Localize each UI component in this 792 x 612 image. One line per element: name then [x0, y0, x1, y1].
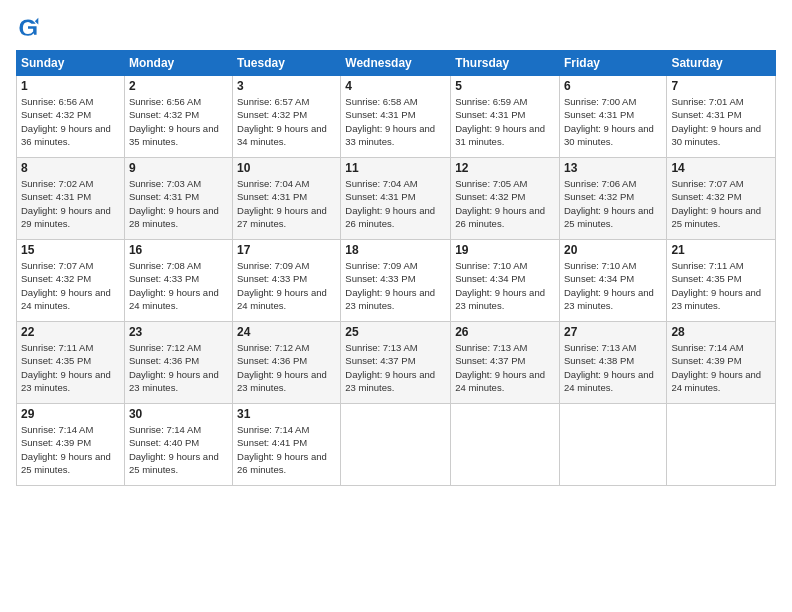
calendar-cell: 7 Sunrise: 7:01 AMSunset: 4:31 PMDayligh…	[667, 76, 776, 158]
calendar-cell: 12 Sunrise: 7:05 AMSunset: 4:32 PMDaylig…	[451, 158, 560, 240]
calendar-cell: 25 Sunrise: 7:13 AMSunset: 4:37 PMDaylig…	[341, 322, 451, 404]
calendar-cell: 31 Sunrise: 7:14 AMSunset: 4:41 PMDaylig…	[233, 404, 341, 486]
calendar-cell: 28 Sunrise: 7:14 AMSunset: 4:39 PMDaylig…	[667, 322, 776, 404]
weekday-header-sunday: Sunday	[17, 51, 125, 76]
day-detail: Sunrise: 7:10 AMSunset: 4:34 PMDaylight:…	[564, 260, 654, 311]
day-detail: Sunrise: 7:12 AMSunset: 4:36 PMDaylight:…	[237, 342, 327, 393]
day-detail: Sunrise: 6:58 AMSunset: 4:31 PMDaylight:…	[345, 96, 435, 147]
calendar-cell: 20 Sunrise: 7:10 AMSunset: 4:34 PMDaylig…	[559, 240, 666, 322]
day-detail: Sunrise: 7:08 AMSunset: 4:33 PMDaylight:…	[129, 260, 219, 311]
calendar-week-2: 8 Sunrise: 7:02 AMSunset: 4:31 PMDayligh…	[17, 158, 776, 240]
calendar-cell: 4 Sunrise: 6:58 AMSunset: 4:31 PMDayligh…	[341, 76, 451, 158]
day-number: 12	[455, 161, 555, 175]
day-detail: Sunrise: 6:56 AMSunset: 4:32 PMDaylight:…	[21, 96, 111, 147]
day-number: 15	[21, 243, 120, 257]
logo-icon	[16, 16, 40, 40]
day-detail: Sunrise: 7:13 AMSunset: 4:38 PMDaylight:…	[564, 342, 654, 393]
day-detail: Sunrise: 7:14 AMSunset: 4:39 PMDaylight:…	[21, 424, 111, 475]
weekday-header-wednesday: Wednesday	[341, 51, 451, 76]
calendar-cell: 5 Sunrise: 6:59 AMSunset: 4:31 PMDayligh…	[451, 76, 560, 158]
calendar-cell: 2 Sunrise: 6:56 AMSunset: 4:32 PMDayligh…	[124, 76, 232, 158]
day-detail: Sunrise: 7:09 AMSunset: 4:33 PMDaylight:…	[345, 260, 435, 311]
calendar-cell: 10 Sunrise: 7:04 AMSunset: 4:31 PMDaylig…	[233, 158, 341, 240]
day-detail: Sunrise: 7:07 AMSunset: 4:32 PMDaylight:…	[21, 260, 111, 311]
calendar-page: SundayMondayTuesdayWednesdayThursdayFrid…	[0, 0, 792, 612]
calendar-cell: 24 Sunrise: 7:12 AMSunset: 4:36 PMDaylig…	[233, 322, 341, 404]
day-detail: Sunrise: 7:14 AMSunset: 4:41 PMDaylight:…	[237, 424, 327, 475]
day-detail: Sunrise: 7:11 AMSunset: 4:35 PMDaylight:…	[21, 342, 111, 393]
calendar-cell: 21 Sunrise: 7:11 AMSunset: 4:35 PMDaylig…	[667, 240, 776, 322]
day-detail: Sunrise: 6:56 AMSunset: 4:32 PMDaylight:…	[129, 96, 219, 147]
calendar-cell: 14 Sunrise: 7:07 AMSunset: 4:32 PMDaylig…	[667, 158, 776, 240]
day-number: 1	[21, 79, 120, 93]
day-number: 2	[129, 79, 228, 93]
logo	[16, 16, 44, 40]
day-number: 3	[237, 79, 336, 93]
weekday-header-row: SundayMondayTuesdayWednesdayThursdayFrid…	[17, 51, 776, 76]
day-detail: Sunrise: 7:06 AMSunset: 4:32 PMDaylight:…	[564, 178, 654, 229]
day-number: 26	[455, 325, 555, 339]
calendar-cell: 22 Sunrise: 7:11 AMSunset: 4:35 PMDaylig…	[17, 322, 125, 404]
calendar-cell: 16 Sunrise: 7:08 AMSunset: 4:33 PMDaylig…	[124, 240, 232, 322]
day-number: 30	[129, 407, 228, 421]
day-number: 7	[671, 79, 771, 93]
day-detail: Sunrise: 7:07 AMSunset: 4:32 PMDaylight:…	[671, 178, 761, 229]
weekday-header-monday: Monday	[124, 51, 232, 76]
calendar-table: SundayMondayTuesdayWednesdayThursdayFrid…	[16, 50, 776, 486]
day-detail: Sunrise: 7:14 AMSunset: 4:40 PMDaylight:…	[129, 424, 219, 475]
day-detail: Sunrise: 7:03 AMSunset: 4:31 PMDaylight:…	[129, 178, 219, 229]
calendar-cell: 15 Sunrise: 7:07 AMSunset: 4:32 PMDaylig…	[17, 240, 125, 322]
day-detail: Sunrise: 7:00 AMSunset: 4:31 PMDaylight:…	[564, 96, 654, 147]
day-detail: Sunrise: 7:09 AMSunset: 4:33 PMDaylight:…	[237, 260, 327, 311]
day-number: 25	[345, 325, 446, 339]
day-detail: Sunrise: 7:05 AMSunset: 4:32 PMDaylight:…	[455, 178, 545, 229]
day-detail: Sunrise: 6:59 AMSunset: 4:31 PMDaylight:…	[455, 96, 545, 147]
day-number: 23	[129, 325, 228, 339]
weekday-header-thursday: Thursday	[451, 51, 560, 76]
day-number: 5	[455, 79, 555, 93]
day-number: 9	[129, 161, 228, 175]
day-detail: Sunrise: 7:02 AMSunset: 4:31 PMDaylight:…	[21, 178, 111, 229]
calendar-cell	[559, 404, 666, 486]
calendar-cell: 3 Sunrise: 6:57 AMSunset: 4:32 PMDayligh…	[233, 76, 341, 158]
day-number: 27	[564, 325, 662, 339]
day-detail: Sunrise: 7:14 AMSunset: 4:39 PMDaylight:…	[671, 342, 761, 393]
calendar-week-3: 15 Sunrise: 7:07 AMSunset: 4:32 PMDaylig…	[17, 240, 776, 322]
calendar-week-4: 22 Sunrise: 7:11 AMSunset: 4:35 PMDaylig…	[17, 322, 776, 404]
calendar-cell: 27 Sunrise: 7:13 AMSunset: 4:38 PMDaylig…	[559, 322, 666, 404]
calendar-cell: 8 Sunrise: 7:02 AMSunset: 4:31 PMDayligh…	[17, 158, 125, 240]
day-detail: Sunrise: 7:12 AMSunset: 4:36 PMDaylight:…	[129, 342, 219, 393]
day-detail: Sunrise: 7:11 AMSunset: 4:35 PMDaylight:…	[671, 260, 761, 311]
day-number: 6	[564, 79, 662, 93]
calendar-cell: 1 Sunrise: 6:56 AMSunset: 4:32 PMDayligh…	[17, 76, 125, 158]
day-detail: Sunrise: 7:04 AMSunset: 4:31 PMDaylight:…	[345, 178, 435, 229]
day-number: 21	[671, 243, 771, 257]
page-header	[16, 16, 776, 40]
calendar-cell: 19 Sunrise: 7:10 AMSunset: 4:34 PMDaylig…	[451, 240, 560, 322]
day-detail: Sunrise: 7:10 AMSunset: 4:34 PMDaylight:…	[455, 260, 545, 311]
calendar-cell: 30 Sunrise: 7:14 AMSunset: 4:40 PMDaylig…	[124, 404, 232, 486]
day-number: 10	[237, 161, 336, 175]
day-detail: Sunrise: 7:04 AMSunset: 4:31 PMDaylight:…	[237, 178, 327, 229]
day-number: 24	[237, 325, 336, 339]
day-number: 14	[671, 161, 771, 175]
calendar-cell: 29 Sunrise: 7:14 AMSunset: 4:39 PMDaylig…	[17, 404, 125, 486]
calendar-cell: 23 Sunrise: 7:12 AMSunset: 4:36 PMDaylig…	[124, 322, 232, 404]
weekday-header-tuesday: Tuesday	[233, 51, 341, 76]
day-number: 19	[455, 243, 555, 257]
day-detail: Sunrise: 7:13 AMSunset: 4:37 PMDaylight:…	[345, 342, 435, 393]
day-number: 11	[345, 161, 446, 175]
calendar-cell: 18 Sunrise: 7:09 AMSunset: 4:33 PMDaylig…	[341, 240, 451, 322]
calendar-cell: 6 Sunrise: 7:00 AMSunset: 4:31 PMDayligh…	[559, 76, 666, 158]
day-number: 31	[237, 407, 336, 421]
calendar-cell	[451, 404, 560, 486]
day-number: 13	[564, 161, 662, 175]
calendar-cell: 11 Sunrise: 7:04 AMSunset: 4:31 PMDaylig…	[341, 158, 451, 240]
day-number: 20	[564, 243, 662, 257]
day-detail: Sunrise: 6:57 AMSunset: 4:32 PMDaylight:…	[237, 96, 327, 147]
day-detail: Sunrise: 7:13 AMSunset: 4:37 PMDaylight:…	[455, 342, 545, 393]
day-number: 4	[345, 79, 446, 93]
day-number: 8	[21, 161, 120, 175]
day-number: 22	[21, 325, 120, 339]
weekday-header-saturday: Saturday	[667, 51, 776, 76]
